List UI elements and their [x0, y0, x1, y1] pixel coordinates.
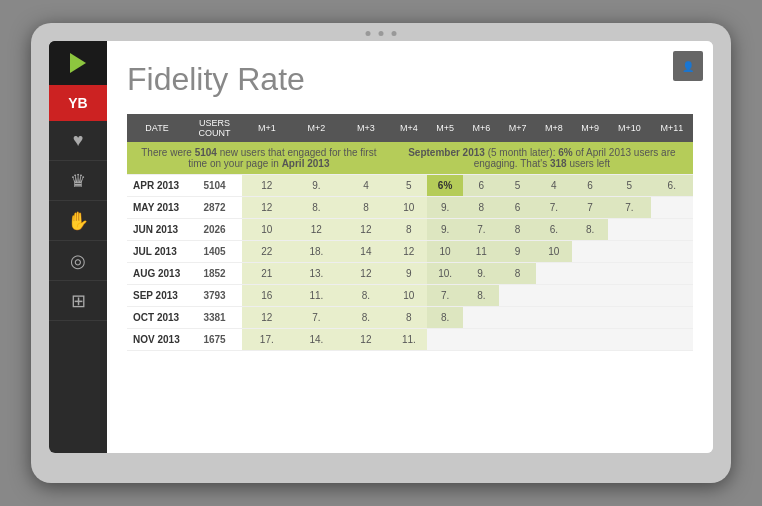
value-cell: 12: [242, 307, 292, 329]
yb-label: YB: [68, 95, 87, 111]
avatar: 👤: [673, 51, 703, 81]
date-cell: JUN 2013: [127, 219, 187, 241]
value-cell: 10: [536, 241, 572, 263]
date-cell: NOV 2013: [127, 329, 187, 351]
table-row: SEP 201337931611.8.107.8.: [127, 285, 693, 307]
date-cell: AUG 2013: [127, 263, 187, 285]
date-cell: OCT 2013: [127, 307, 187, 329]
heart-icon: ♥: [73, 130, 84, 151]
value-cell: 8: [341, 197, 391, 219]
table-row: OCT 20133381127.8.88.: [127, 307, 693, 329]
crown-icon: ♛: [70, 170, 86, 192]
sidebar: YB ♥ ♛ ✋ ◎ ⊞: [49, 41, 107, 453]
value-cell: 22: [242, 241, 292, 263]
value-cell: [651, 241, 693, 263]
value-cell: 8: [391, 219, 427, 241]
value-cell: 8.: [572, 219, 608, 241]
value-cell: [651, 285, 693, 307]
value-cell: [572, 241, 608, 263]
highlight-right: September 2013 (5 month later): 6% of Ap…: [391, 142, 693, 175]
hand-icon: ✋: [67, 210, 89, 232]
value-cell: 5: [391, 175, 427, 197]
value-cell: [608, 263, 650, 285]
col-header-date: DATE: [127, 114, 187, 142]
value-cell: [536, 307, 572, 329]
value-cell: 10: [391, 285, 427, 307]
value-cell: 11: [463, 241, 499, 263]
date-cell: APR 2013: [127, 175, 187, 197]
sidebar-yb-button[interactable]: YB: [49, 85, 107, 121]
value-cell: 10.: [427, 263, 463, 285]
sidebar-item-ring[interactable]: ◎: [49, 241, 107, 281]
users-cell: 2872: [187, 197, 242, 219]
value-cell: [499, 285, 535, 307]
users-cell: 1852: [187, 263, 242, 285]
value-cell: [572, 263, 608, 285]
value-cell: 9.: [463, 263, 499, 285]
col-header-users: USERS COUNT: [187, 114, 242, 142]
table-row: AUG 201318522113.12910.9.8: [127, 263, 693, 285]
users-cell: 3381: [187, 307, 242, 329]
value-cell: 8: [463, 197, 499, 219]
value-cell: 8: [499, 263, 535, 285]
value-cell: 13.: [292, 263, 342, 285]
value-cell: 12: [391, 241, 427, 263]
value-cell: [463, 329, 499, 351]
value-cell: [608, 307, 650, 329]
value-cell: 8.: [463, 285, 499, 307]
value-cell: 21: [242, 263, 292, 285]
users-cell: 1405: [187, 241, 242, 263]
value-cell: [536, 263, 572, 285]
cohort-table: DATE USERS COUNT M+1 M+2 M+3 M+4 M+5 M+6…: [127, 114, 693, 351]
value-cell: [427, 329, 463, 351]
value-cell: 14: [341, 241, 391, 263]
value-cell: [651, 197, 693, 219]
value-cell: 6.: [536, 219, 572, 241]
value-cell: [651, 307, 693, 329]
col-header-m1: M+1: [242, 114, 292, 142]
sidebar-item-hand[interactable]: ✋: [49, 201, 107, 241]
value-cell: 6: [463, 175, 499, 197]
value-cell: 11.: [292, 285, 342, 307]
col-header-m7: M+7: [499, 114, 535, 142]
value-cell: 12: [341, 329, 391, 351]
value-cell: [463, 307, 499, 329]
value-cell: 6: [572, 175, 608, 197]
col-header-m10: M+10: [608, 114, 650, 142]
users-cell: 5104: [187, 175, 242, 197]
table-row: JUL 201314052218.14121011910: [127, 241, 693, 263]
value-cell: 4: [536, 175, 572, 197]
camera-dot-2: [379, 31, 384, 36]
value-cell: [651, 219, 693, 241]
value-cell: 18.: [292, 241, 342, 263]
value-cell: [536, 285, 572, 307]
camera-dot-3: [392, 31, 397, 36]
sidebar-item-grid[interactable]: ⊞: [49, 281, 107, 321]
sidebar-item-heart[interactable]: ♥: [49, 121, 107, 161]
value-cell: 9.: [292, 175, 342, 197]
table-row: APR 20135104129.456%654656.: [127, 175, 693, 197]
table-row: JUN 2013202610121289.7.86.8.: [127, 219, 693, 241]
value-cell: 9: [499, 241, 535, 263]
value-cell: 4: [341, 175, 391, 197]
value-cell: 12: [341, 263, 391, 285]
value-cell: 6: [499, 197, 535, 219]
page-title: Fidelity Rate: [127, 61, 693, 98]
value-cell: 7.: [608, 197, 650, 219]
avatar-image: 👤: [682, 61, 694, 72]
value-cell: 12: [242, 175, 292, 197]
value-cell: 10: [427, 241, 463, 263]
value-cell: [608, 285, 650, 307]
grid-icon: ⊞: [71, 290, 86, 312]
table-row: NOV 2013167517.14.1211.: [127, 329, 693, 351]
value-cell: 5: [608, 175, 650, 197]
laptop-screen: YB ♥ ♛ ✋ ◎ ⊞ 👤 Fidelity Rate: [49, 41, 713, 453]
value-cell: 7.: [463, 219, 499, 241]
sidebar-item-crown[interactable]: ♛: [49, 161, 107, 201]
date-cell: SEP 2013: [127, 285, 187, 307]
value-cell: 7.: [292, 307, 342, 329]
value-cell: 9.: [427, 219, 463, 241]
value-cell: 7.: [536, 197, 572, 219]
col-header-m5: M+5: [427, 114, 463, 142]
value-cell: 8: [499, 219, 535, 241]
